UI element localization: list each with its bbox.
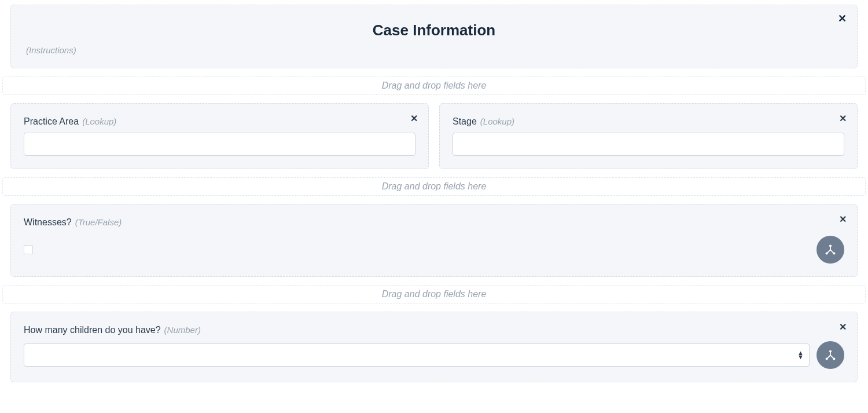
instructions-placeholder[interactable]: (Instructions) <box>26 45 842 55</box>
field-label: Practice Area <box>24 116 79 127</box>
children-number-input[interactable] <box>24 343 810 367</box>
close-icon[interactable]: ✕ <box>839 215 847 224</box>
field-card-children[interactable]: ✕ How many children do you have? (Number… <box>10 312 858 382</box>
field-label-row: How many children do you have? (Number) <box>24 325 844 335</box>
witnesses-checkbox[interactable] <box>24 245 33 254</box>
branch-icon <box>824 243 837 256</box>
dropzone[interactable]: Drag and drop fields here <box>2 76 866 95</box>
field-card-practice-area[interactable]: ✕ Practice Area (Lookup) <box>10 103 429 169</box>
field-label: How many children do you have? <box>24 325 161 335</box>
dropzone-label: Drag and drop fields here <box>382 289 487 299</box>
field-label-row: Witnesses? (True/False) <box>24 217 844 228</box>
field-type: (Number) <box>164 325 201 335</box>
dropzone-label: Drag and drop fields here <box>382 81 487 90</box>
section-header-card: Case Information ✕ (Instructions) <box>10 5 858 68</box>
section-title: Case Information <box>26 21 842 39</box>
close-icon[interactable]: ✕ <box>838 13 847 24</box>
field-label: Stage <box>453 116 477 127</box>
field-card-witnesses[interactable]: ✕ Witnesses? (True/False) <box>10 204 858 277</box>
field-label: Witnesses? <box>24 217 72 228</box>
close-icon[interactable]: ✕ <box>839 114 847 123</box>
svg-marker-9 <box>827 354 834 359</box>
field-row: ✕ Practice Area (Lookup) ✕ Stage (Lookup… <box>10 103 858 169</box>
field-type: (True/False) <box>75 217 122 227</box>
close-icon[interactable]: ✕ <box>839 323 847 332</box>
stage-input[interactable] <box>453 133 844 156</box>
svg-marker-4 <box>827 249 834 254</box>
field-label-row: Practice Area (Lookup) <box>24 116 415 127</box>
dropzone[interactable]: Drag and drop fields here <box>2 177 866 196</box>
conditional-logic-button[interactable] <box>816 236 844 264</box>
practice-area-input[interactable] <box>24 133 415 156</box>
branch-icon <box>824 349 837 361</box>
dropzone-label: Drag and drop fields here <box>382 181 487 191</box>
field-type: (Lookup) <box>82 116 116 126</box>
number-input-wrap: ▲ ▼ <box>24 341 844 369</box>
conditional-logic-button[interactable] <box>816 341 844 369</box>
field-type: (Lookup) <box>480 116 514 126</box>
witnesses-body <box>24 236 844 264</box>
field-label-row: Stage (Lookup) <box>453 116 844 127</box>
field-card-stage[interactable]: ✕ Stage (Lookup) <box>439 103 858 169</box>
dropzone[interactable]: Drag and drop fields here <box>2 285 866 304</box>
close-icon[interactable]: ✕ <box>410 114 418 123</box>
